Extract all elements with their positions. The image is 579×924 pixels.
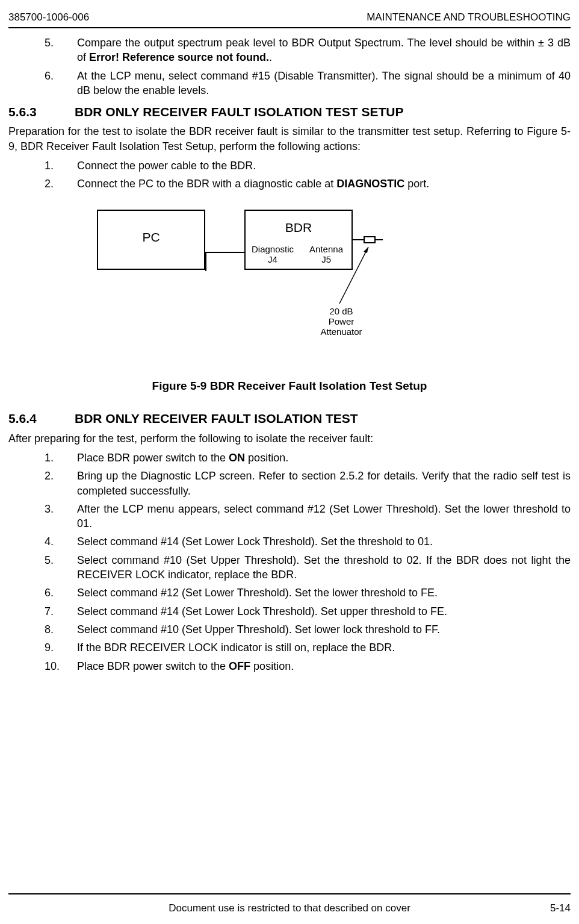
list-item-body: Compare the output spectrum peak level t… <box>77 36 571 65</box>
header-row: 385700-1006-006 MAINTENANCE AND TROUBLES… <box>8 11 571 25</box>
svg-marker-1 <box>364 247 368 253</box>
section-5-6-4-heading: 5.6.4 BDR ONLY RECEIVER FAULT ISOLATION … <box>8 410 571 427</box>
footer-page-number: 5-14 <box>534 902 571 916</box>
list-item-text: OFF <box>229 660 250 672</box>
section-5-6-4-list: 1.Place BDR power switch to the ON posit… <box>8 451 571 673</box>
list-item-number: 1. <box>45 451 77 465</box>
list-item-number: 1. <box>45 158 77 173</box>
list-item-body: Place BDR power switch to the ON positio… <box>77 451 571 465</box>
diagnostic-port-label: Diagnostic J4 <box>252 244 294 265</box>
list-item-text: Select command #10 (Set Upper Threshold)… <box>77 554 571 581</box>
attenuator-arrow <box>333 243 382 310</box>
pc-bdr-wire-v <box>205 252 206 271</box>
list-item-text: Connect the power cable to the BDR. <box>77 160 256 172</box>
list-item-body: Connect the PC to the BDR with a diagnos… <box>77 176 571 191</box>
list-item: 6.At the LCP menu, select command #15 (D… <box>45 69 571 98</box>
list-item: 9.If the BDR RECEIVER LOCK indicator is … <box>45 640 571 655</box>
list-item: 1.Place BDR power switch to the ON posit… <box>45 451 571 465</box>
doc-number: 385700-1006-006 <box>8 11 89 25</box>
svg-line-0 <box>339 247 368 304</box>
section-number: 5.6.3 <box>8 104 75 120</box>
list-item: 3.After the LCP menu appears, select com… <box>45 502 571 531</box>
list-item-number: 4. <box>45 534 77 549</box>
page-root: 385700-1006-006 MAINTENANCE AND TROUBLES… <box>0 0 579 924</box>
diag-l2: J4 <box>252 254 294 264</box>
attn-l2: Power <box>329 316 355 326</box>
list-item-body: Select command #14 (Set Lower Lock Thres… <box>77 604 571 619</box>
attn-l3: Attenuator <box>320 326 362 337</box>
list-item-number: 6. <box>45 69 77 98</box>
list-item-text: . <box>269 51 272 63</box>
list-item-text: Place BDR power switch to the <box>77 660 229 672</box>
list-item-text: ON <box>229 452 245 464</box>
list-item-body: Select command #12 (Set Lower Threshold)… <box>77 585 571 600</box>
footer-center-text: Document use is restricted to that descr… <box>45 902 534 916</box>
pc-label: PC <box>98 229 204 246</box>
figure-5-9-caption: Figure 5-9 BDR Receiver Fault Isolation … <box>8 378 571 394</box>
header-rule <box>8 27 571 28</box>
list-item: 2.Connect the PC to the BDR with a diagn… <box>45 176 571 191</box>
attenuator-label: 20 dB Power Attenuator <box>314 306 368 337</box>
footer-rule <box>8 893 571 894</box>
list-item-number: 3. <box>45 502 77 531</box>
list-item-body: At the LCP menu, select command #15 (Dis… <box>77 69 571 98</box>
footer-row: Document use is restricted to that descr… <box>8 902 571 916</box>
list-item-text: position. <box>245 452 288 464</box>
pc-box: PC <box>97 210 205 270</box>
list-item-text: At the LCP menu, select command #15 (Dis… <box>77 70 571 96</box>
list-item-text: Place BDR power switch to the <box>77 452 229 464</box>
list-item-text: If the BDR RECEIVER LOCK indicator is st… <box>77 641 395 654</box>
section-5-6-3-heading: 5.6.3 BDR ONLY RECEIVER FAULT ISOLATION … <box>8 104 571 120</box>
list-item-text: port. <box>404 178 429 190</box>
section-title: BDR ONLY RECEIVER FAULT ISOLATION TEST <box>75 410 358 427</box>
section-number: 5.6.4 <box>8 410 75 427</box>
list-item-body: Place BDR power switch to the OFF positi… <box>77 659 571 673</box>
list-item-number: 9. <box>45 640 77 655</box>
list-item-text: Select command #14 (Set Lower Lock Thres… <box>77 605 447 617</box>
list-item-text: Select command #14 (Set Lower Lock Thres… <box>77 535 433 548</box>
list-item: 8.Select command #10 (Set Upper Threshol… <box>45 622 571 637</box>
bdr-receiver-diagram: PC BDR Diagnostic J4 Antenna J5 20 dB <box>8 210 571 360</box>
list-item: 6.Select command #12 (Set Lower Threshol… <box>45 585 571 600</box>
list-item: 5.Compare the output spectrum peak level… <box>45 36 571 65</box>
footer: Document use is restricted to that descr… <box>8 893 571 916</box>
section-title: BDR ONLY RECEIVER FAULT ISOLATION TEST S… <box>75 104 403 120</box>
bdr-label: BDR <box>246 219 351 236</box>
header-title: MAINTENANCE AND TROUBLESHOOTING <box>367 11 571 25</box>
list-item-text: DIAGNOSTIC <box>336 178 404 190</box>
list-item-body: Select command #10 (Set Upper Threshold)… <box>77 622 571 637</box>
footer-left-spacer <box>8 902 45 916</box>
list-item-number: 8. <box>45 622 77 637</box>
list-item: 2.Bring up the Diagnostic LCP screen. Re… <box>45 469 571 498</box>
list-item-number: 5. <box>45 553 77 582</box>
diag-l1: Diagnostic <box>252 244 294 254</box>
list-item: 10.Place BDR power switch to the OFF pos… <box>45 659 571 673</box>
list-item-text: Select command #12 (Set Lower Threshold)… <box>77 587 438 599</box>
list-item-text: position. <box>250 660 294 672</box>
list-item-number: 7. <box>45 604 77 619</box>
list-item-number: 2. <box>45 176 77 191</box>
list-item-text: Error! Reference source not found. <box>89 51 269 63</box>
list-item-number: 2. <box>45 469 77 498</box>
pc-bdr-wire-h <box>205 252 246 253</box>
list-item-text: Select command #10 (Set Upper Threshold)… <box>77 623 440 635</box>
list-item-body: Select command #14 (Set Lower Lock Thres… <box>77 534 571 549</box>
attenuator-box <box>364 236 376 243</box>
section-5-6-3-list: 1.Connect the power cable to the BDR.2.C… <box>8 158 571 192</box>
attn-stub <box>376 239 383 240</box>
list-item-body: Bring up the Diagnostic LCP screen. Refe… <box>77 469 571 498</box>
list-item: 1.Connect the power cable to the BDR. <box>45 158 571 173</box>
list-item-number: 10. <box>45 659 77 673</box>
list-item-text: Bring up the Diagnostic LCP screen. Refe… <box>77 470 571 496</box>
list-item-number: 6. <box>45 585 77 600</box>
bdr-attn-wire <box>353 239 364 240</box>
list-item: 4.Select command #14 (Set Lower Lock Thr… <box>45 534 571 549</box>
list-item-body: After the LCP menu appears, select comma… <box>77 502 571 531</box>
attn-l1: 20 dB <box>329 306 353 316</box>
list-item-text: Connect the PC to the BDR with a diagnos… <box>77 178 336 190</box>
list-item-body: Select command #10 (Set Upper Threshold)… <box>77 553 571 582</box>
list-item-number: 5. <box>45 36 77 65</box>
section-5-6-3-intro: Preparation for the test to isolate the … <box>8 124 571 154</box>
list-item: 7.Select command #14 (Set Lower Lock Thr… <box>45 604 571 619</box>
section-5-6-4-intro: After preparing for the test, perform th… <box>8 431 571 446</box>
